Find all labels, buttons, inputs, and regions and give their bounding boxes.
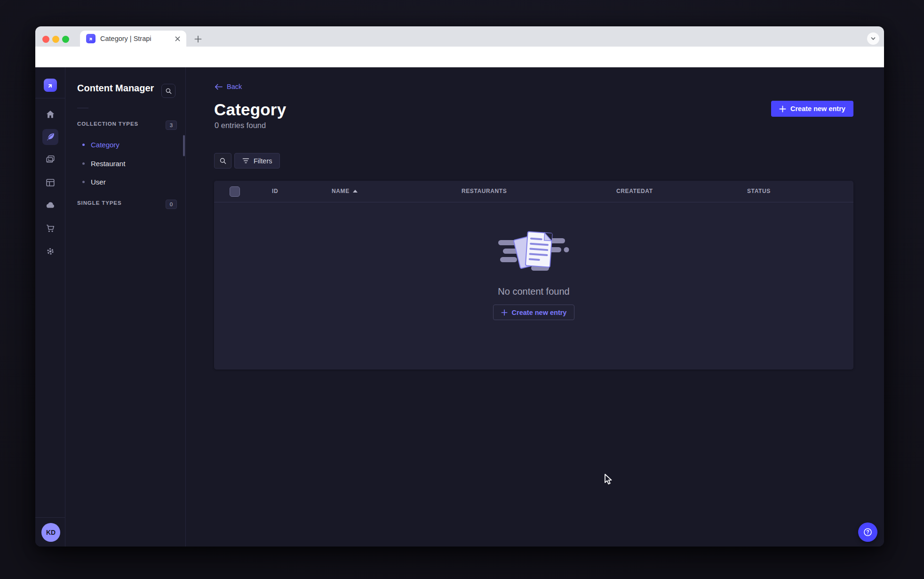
subnav-scrollbar-thumb[interactable] (183, 135, 185, 156)
settings-icon[interactable] (45, 246, 56, 257)
browser-window: Category | Strapi localhost:1337/admin/c… (35, 26, 884, 547)
empty-message: No content found (498, 286, 569, 297)
column-header-name[interactable]: NAME (332, 188, 358, 194)
user-avatar[interactable]: KD (41, 523, 60, 542)
content-manager-icon[interactable] (45, 132, 56, 142)
column-header-restaurants[interactable]: RESTAURANTS (462, 188, 507, 194)
cloud-icon[interactable] (45, 200, 56, 210)
new-tab-button[interactable] (192, 33, 204, 45)
bullet-icon (82, 162, 85, 165)
content-manager-subnav: Content Manager COLLECTION TYPES 3 Categ… (65, 67, 186, 547)
subnav-item-category[interactable]: Category (72, 135, 179, 154)
collection-types-label: COLLECTION TYPES (77, 121, 138, 127)
sort-ascending-icon (353, 190, 358, 193)
column-header-status[interactable]: STATUS (747, 188, 771, 194)
content-type-builder-icon[interactable] (45, 177, 56, 188)
subnav-title: Content Manager (77, 83, 154, 94)
back-link[interactable]: Back (215, 83, 242, 90)
select-all-checkbox[interactable] (230, 186, 240, 197)
strapi-favicon (86, 34, 96, 43)
browser-tab[interactable]: Category | Strapi (80, 31, 186, 47)
column-header-createdat[interactable]: CREATEDAT (616, 188, 653, 194)
entries-count: 0 entries found (215, 121, 266, 130)
single-types-count-badge: 0 (166, 200, 177, 209)
subnav-item-user[interactable]: User (72, 172, 179, 191)
home-icon[interactable] (45, 109, 56, 120)
help-button[interactable] (858, 523, 877, 542)
entries-table: ID NAME RESTAURANTS CREATEDAT STATUS (214, 181, 853, 370)
maximize-window-button[interactable] (62, 36, 69, 43)
browser-tab-strip: Category | Strapi (35, 26, 884, 47)
table-header: ID NAME RESTAURANTS CREATEDAT STATUS (214, 181, 853, 202)
rail-divider (35, 98, 65, 98)
column-header-id[interactable]: ID (272, 188, 278, 194)
subnav-divider (77, 108, 88, 108)
filters-button[interactable]: Filters (234, 153, 280, 169)
back-label: Back (227, 83, 242, 90)
browser-toolbar: localhost:1337/admin/content-manager/col… (35, 47, 884, 67)
tab-title: Category | Strapi (100, 35, 173, 42)
search-entries-button[interactable] (214, 153, 231, 169)
bullet-icon (82, 181, 85, 183)
rail-bottom-divider (35, 517, 65, 518)
media-library-icon[interactable] (45, 154, 56, 165)
minimize-window-button[interactable] (52, 36, 59, 43)
subnav-item-restaurant[interactable]: Restaurant (72, 154, 179, 173)
strapi-logo[interactable] (44, 79, 57, 92)
collection-types-count-badge: 3 (166, 121, 177, 130)
close-window-button[interactable] (42, 36, 49, 43)
page-title: Category (214, 100, 286, 119)
filter-icon (242, 158, 249, 164)
create-entry-button[interactable]: Create new entry (771, 101, 853, 117)
marketplace-icon[interactable] (45, 223, 56, 233)
bullet-icon (82, 144, 85, 146)
main-nav-rail: KD (35, 67, 65, 547)
main-content: Back Category 0 entries found Create new… (186, 67, 884, 547)
empty-create-entry-button[interactable]: Create new entry (493, 305, 575, 320)
subnav-search-button[interactable] (161, 84, 175, 98)
empty-state: No content found Create new entry (214, 230, 853, 320)
tab-close-icon[interactable] (173, 34, 182, 43)
tab-search-chevron-icon[interactable] (867, 32, 879, 45)
empty-documents-illustration (498, 230, 570, 273)
strapi-app: KD Content Manager COLLECTION TYPES 3 Ca… (35, 67, 884, 547)
single-types-label: SINGLE TYPES (77, 200, 122, 206)
mouse-cursor (604, 474, 615, 488)
